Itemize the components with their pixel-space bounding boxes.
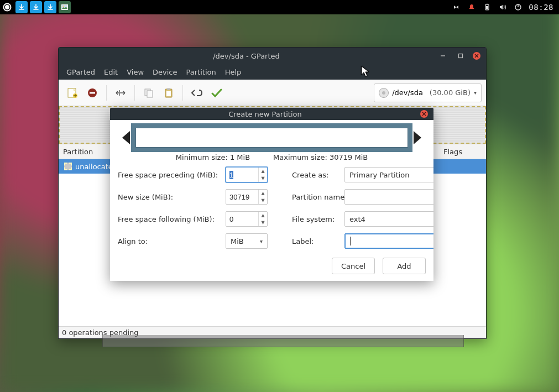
cancel-button[interactable]: Cancel (332, 258, 375, 274)
create-as-value: Primary Partition (349, 171, 410, 179)
dialog-title: Create new Partition (110, 110, 420, 118)
partition-name-input[interactable] (344, 189, 433, 205)
max-size-label: Maximum size: 30719 MiB (273, 153, 368, 161)
partition-slab[interactable] (131, 123, 412, 152)
menu-partition[interactable]: Partition (183, 67, 220, 77)
task-image-viewer[interactable] (58, 0, 72, 14)
paste-button[interactable] (159, 83, 178, 102)
svg-rect-11 (459, 54, 463, 58)
partition-resizer[interactable] (122, 123, 421, 152)
chevron-down-icon: ▾ (474, 90, 477, 96)
spin-up-icon[interactable]: ▲ (259, 212, 267, 219)
create-as-label: Create as: (292, 171, 344, 179)
resize-handle-left-icon[interactable] (122, 131, 130, 144)
menu-edit[interactable]: Edit (101, 67, 121, 77)
device-selector[interactable]: /dev/sda (30.00 GiB) ▾ (374, 83, 482, 102)
text-cursor (350, 237, 351, 245)
resize-handle-right-icon[interactable] (414, 131, 421, 144)
svg-point-4 (63, 6, 64, 7)
svg-rect-20 (167, 88, 170, 90)
spin-up-icon[interactable]: ▲ (259, 190, 267, 197)
svg-rect-3 (62, 5, 68, 10)
menubar: GParted Edit View Device Partition Help (59, 64, 486, 80)
new-size-field[interactable] (226, 190, 258, 204)
activities-button[interactable] (0, 0, 14, 14)
resize-move-button[interactable] (111, 83, 130, 102)
copy-button[interactable] (139, 83, 158, 102)
create-partition-dialog: Create new Partition Minimum size: 1 MiB… (110, 108, 433, 281)
free-following-field[interactable] (226, 212, 258, 226)
column-flags[interactable]: Flags (439, 148, 486, 156)
menu-device[interactable]: Device (149, 67, 180, 77)
spin-down-icon[interactable]: ▼ (259, 219, 267, 226)
toolbar-separator (134, 85, 135, 101)
svg-rect-7 (486, 6, 488, 9)
add-button[interactable]: Add (383, 258, 426, 274)
svg-rect-15 (90, 92, 95, 93)
svg-point-2 (5, 5, 9, 9)
menu-gparted[interactable]: GParted (63, 67, 98, 77)
volume-icon[interactable] (495, 0, 510, 14)
battery-icon[interactable] (480, 0, 494, 14)
window-minimize-button[interactable] (438, 51, 447, 60)
free-preceding-field[interactable] (226, 168, 258, 182)
notification-icon[interactable] (464, 0, 479, 14)
free-following-label: Free space following (MiB): (118, 215, 226, 223)
power-icon[interactable] (511, 0, 525, 14)
task-download-2[interactable] (29, 0, 43, 14)
window-close-button[interactable] (473, 52, 480, 60)
unallocated-swatch-icon (64, 163, 72, 170)
free-preceding-input[interactable]: ▲▼ (226, 167, 268, 182)
new-size-label: New size (MiB): (118, 193, 226, 201)
top-panel: 08:28 (0, 0, 559, 14)
clock[interactable]: 08:28 (526, 3, 556, 12)
label-label: Label: (292, 237, 344, 245)
partition-name-label: Partition name: (292, 193, 344, 201)
toolbar-separator (182, 85, 183, 101)
menu-view[interactable]: View (123, 67, 147, 77)
delete-partition-button[interactable] (83, 83, 102, 102)
dialog-titlebar[interactable]: Create new Partition (110, 108, 433, 120)
svg-rect-18 (147, 91, 153, 97)
toolbar-separator (106, 85, 107, 101)
toolbar: /dev/sda (30.00 GiB) ▾ (59, 80, 486, 106)
spin-down-icon[interactable]: ▼ (259, 175, 267, 182)
label-input[interactable] (344, 233, 433, 249)
task-download-1[interactable] (14, 0, 29, 14)
svg-rect-21 (166, 91, 171, 96)
window-maximize-button[interactable] (456, 51, 465, 60)
device-size: (30.00 GiB) (430, 88, 471, 97)
create-as-combo[interactable]: Primary Partition▾ (344, 167, 433, 182)
free-following-input[interactable]: ▲▼ (226, 211, 268, 227)
file-system-combo[interactable]: ext4▾ (344, 211, 433, 227)
free-preceding-label: Free space preceding (MiB): (118, 171, 226, 179)
new-size-input[interactable]: ▲▼ (226, 189, 268, 205)
partition-slab-inner (135, 128, 408, 148)
background-window-shadow (102, 335, 464, 347)
menu-help[interactable]: Help (222, 67, 245, 77)
network-icon[interactable] (449, 0, 463, 14)
task-download-3[interactable] (43, 0, 58, 14)
undo-button[interactable] (187, 83, 206, 102)
dialog-close-button[interactable] (420, 110, 428, 118)
disk-icon (379, 88, 389, 98)
svg-rect-6 (487, 4, 488, 4)
align-to-label: Align to: (118, 237, 226, 245)
align-to-combo[interactable]: MiB▾ (226, 233, 268, 249)
window-titlebar[interactable]: /dev/sda - GParted (59, 48, 486, 64)
spin-up-icon[interactable]: ▲ (259, 168, 267, 175)
spin-down-icon[interactable]: ▼ (259, 197, 267, 204)
apply-button[interactable] (207, 83, 226, 102)
file-system-value: ext4 (349, 215, 365, 223)
new-partition-button[interactable] (63, 83, 82, 102)
align-to-value: MiB (231, 237, 244, 245)
min-size-label: Minimum size: 1 MiB (176, 153, 250, 161)
device-name: /dev/sda (392, 88, 423, 97)
chevron-down-icon: ▾ (260, 238, 263, 244)
file-system-label: File system: (292, 215, 344, 223)
window-title: /dev/sda - GParted (59, 52, 434, 60)
svg-rect-16 (119, 90, 120, 96)
